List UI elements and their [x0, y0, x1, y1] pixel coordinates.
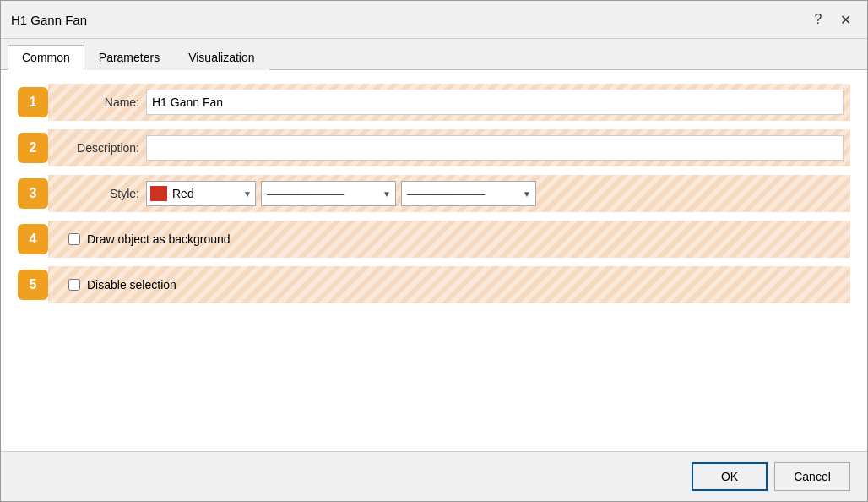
- tab-common[interactable]: Common: [8, 45, 84, 70]
- line-style1-wrapper: ────────── - - - - - - · · · · · · ▼: [261, 181, 396, 206]
- tab-bar: Common Parameters Visualization: [1, 39, 867, 70]
- title-bar-buttons: ? ✕: [806, 8, 857, 31]
- tab-parameters[interactable]: Parameters: [84, 45, 174, 70]
- line-style1-select[interactable]: ────────── - - - - - - · · · · · ·: [261, 181, 396, 206]
- row-content-draw-background: Draw object as background: [48, 221, 850, 258]
- color-select-wrapper: Red ▼: [146, 181, 256, 206]
- color-dropdown-arrow: ▼: [236, 189, 252, 199]
- name-input[interactable]: [146, 90, 844, 115]
- row-content-name: Name:: [48, 84, 850, 121]
- description-label: Description:: [55, 141, 139, 155]
- style-label: Style:: [55, 187, 139, 200]
- row-number-3: 3: [18, 178, 48, 209]
- row-draw-background: 4 Draw object as background: [18, 221, 850, 258]
- title-bar: H1 Gann Fan ? ✕: [1, 1, 867, 39]
- row-number-4: 4: [18, 224, 48, 254]
- disable-selection-container: Disable selection: [55, 278, 176, 292]
- dialog: H1 Gann Fan ? ✕ Common Parameters Visual…: [0, 0, 868, 502]
- row-number-5: 5: [18, 270, 48, 300]
- disable-selection-label: Disable selection: [87, 278, 176, 292]
- draw-background-container: Draw object as background: [55, 232, 231, 246]
- cancel-button[interactable]: Cancel: [774, 462, 850, 491]
- ok-button[interactable]: OK: [692, 462, 768, 491]
- row-name: 1 Name:: [18, 84, 850, 121]
- disable-selection-checkbox[interactable]: [68, 279, 80, 291]
- row-content-disable-selection: Disable selection: [48, 266, 850, 303]
- color-name: Red: [172, 187, 194, 200]
- color-dropdown[interactable]: Red ▼: [146, 181, 256, 206]
- line-style2-select[interactable]: ────────── - - - - - - · · · · · ·: [401, 181, 536, 206]
- dialog-footer: OK Cancel: [1, 451, 867, 501]
- name-label: Name:: [55, 95, 139, 109]
- row-content-style: Style: Red ▼ ──────────: [48, 175, 850, 212]
- close-button[interactable]: ✕: [833, 8, 857, 31]
- description-input[interactable]: [146, 135, 844, 161]
- row-description: 2 Description:: [18, 129, 850, 166]
- tab-content-common: 1 Name: 2 Description: 3 Style:: [1, 70, 867, 451]
- color-swatch: [150, 186, 167, 201]
- row-style: 3 Style: Red ▼ ────────: [18, 175, 850, 212]
- style-controls: Red ▼ ────────── - - - - - - · · · · · ·…: [146, 181, 844, 206]
- dialog-title: H1 Gann Fan: [11, 13, 87, 27]
- help-button[interactable]: ?: [806, 8, 830, 31]
- line-style2-wrapper: ────────── - - - - - - · · · · · · ▼: [401, 181, 536, 206]
- draw-background-checkbox[interactable]: [68, 233, 80, 245]
- row-number-1: 1: [18, 87, 48, 117]
- row-disable-selection: 5 Disable selection: [18, 266, 850, 303]
- tab-visualization[interactable]: Visualization: [174, 45, 269, 70]
- draw-background-label: Draw object as background: [87, 232, 231, 246]
- row-number-2: 2: [18, 133, 48, 163]
- row-content-description: Description:: [48, 129, 850, 166]
